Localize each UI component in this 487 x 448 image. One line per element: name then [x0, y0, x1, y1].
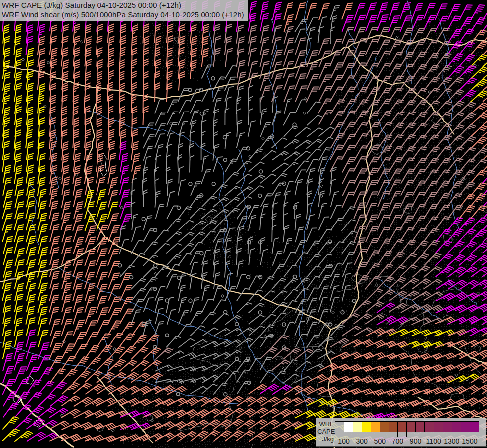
legend-swatch [397, 421, 406, 432]
legend-tick [434, 432, 434, 437]
map-canvas [0, 0, 487, 448]
legend-tick [443, 432, 443, 437]
legend-swatch [415, 421, 424, 432]
legend-swatch [389, 421, 397, 432]
legend-tick [406, 432, 407, 437]
legend-colorbar [335, 421, 479, 432]
legend-swatch [335, 421, 344, 432]
title-wind-shear: WRF Wind shear (m/s) 500/1000hPa Saturda… [2, 10, 244, 20]
legend-word-cape: CAPE [317, 428, 334, 435]
legend-swatch [434, 421, 443, 432]
legend-tick-label: 1500 [459, 437, 481, 445]
legend-tick [362, 432, 362, 437]
legend-swatch [470, 421, 479, 432]
legend-word-units: J/kg [317, 435, 334, 443]
legend-tick [389, 432, 389, 437]
legend-tick [371, 432, 371, 437]
legend-tick [380, 432, 380, 437]
legend-swatch [344, 421, 353, 432]
legend-word-wrf: WRF [317, 420, 334, 428]
legend-swatch [353, 421, 362, 432]
legend-tick [416, 432, 416, 437]
legend-tick [425, 432, 425, 437]
legend-swatch [443, 421, 452, 432]
legend-tick [353, 432, 353, 437]
title-box: WRF CAPE (J/kg) Saturday 04-10-2025 00:0… [0, 0, 248, 21]
legend-tick [461, 432, 461, 437]
legend-swatch [461, 421, 470, 432]
title-cape: WRF CAPE (J/kg) Saturday 04-10-2025 00:0… [2, 1, 244, 10]
legend-tick [344, 432, 344, 437]
legend-swatch [362, 421, 371, 432]
legend-swatch [424, 421, 433, 432]
legend-tick [397, 432, 398, 437]
legend-swatch [452, 421, 461, 432]
legend-tick [470, 432, 470, 437]
legend-swatch [406, 421, 415, 432]
legend-swatch [371, 421, 380, 432]
weather-map-app: WRF CAPE (J/kg) Saturday 04-10-2025 00:0… [0, 0, 487, 448]
legend-swatch [380, 421, 389, 432]
legend-tick [452, 432, 452, 437]
cape-legend: WRF CAPE J/kg 10030050070090011001300150… [316, 418, 486, 447]
